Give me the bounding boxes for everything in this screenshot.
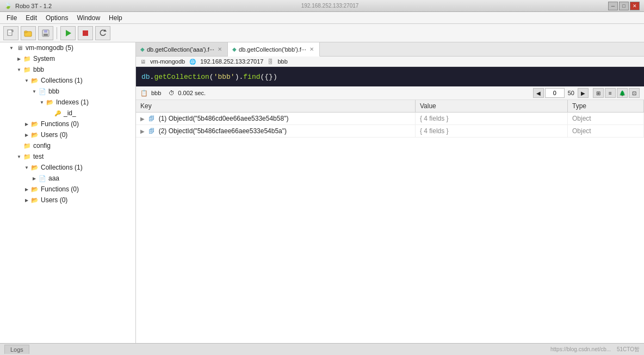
tree-db-bbb[interactable]: ▼ 📁 bbb bbox=[0, 64, 135, 75]
table-row[interactable]: ▶ 🗐 (2) ObjectId("5b486cfaee66aee533e54b… bbox=[136, 125, 644, 138]
server-info-icon: 🖥 bbox=[140, 59, 146, 65]
row2-expand[interactable]: ▶ bbox=[140, 128, 145, 134]
row1-key-label: (1) ObjectId("5b486cd0ee66aee533e54b58") bbox=[159, 115, 289, 122]
tab-bbb-label: db.getCollection('bbb').f··· bbox=[239, 46, 306, 53]
db-label-bbb: bbb bbox=[33, 66, 44, 73]
tree-system[interactable]: ▶ 📁 System bbox=[0, 53, 135, 64]
tree-collection-bbb[interactable]: ▼ 📄 bbb bbox=[0, 86, 135, 97]
table-header: Key Value Type bbox=[136, 100, 644, 113]
row2-key: ▶ 🗐 (2) ObjectId("5b486cfaee66aee533e54b… bbox=[136, 125, 415, 138]
arrow-server: ▼ bbox=[8, 46, 15, 51]
tree-functions-bbb[interactable]: ▶ 📂 Functions (0) bbox=[0, 119, 135, 129]
ip-info-icon: 🌐 bbox=[189, 59, 196, 65]
db-icon-system: 📁 bbox=[23, 54, 32, 63]
row1-key: ▶ 🗐 (1) ObjectId("5b486cd0ee66aee533e54b… bbox=[136, 113, 415, 125]
nav-next-button[interactable]: ▶ bbox=[578, 88, 589, 98]
open-button[interactable] bbox=[21, 26, 36, 40]
collection-icon-aaa: 📄 bbox=[38, 174, 47, 183]
table-row[interactable]: ▶ 🗐 (1) ObjectId("5b486cd0ee66aee533e54b… bbox=[136, 113, 644, 125]
titlebar-address: 192.168.252.133:27017 bbox=[52, 3, 608, 9]
query-server: vm-mongodb bbox=[150, 58, 185, 65]
functions-icon-test: 📂 bbox=[30, 185, 39, 194]
tree-functions-test[interactable]: ▶ 📂 Functions (0) bbox=[0, 184, 135, 195]
tree-server[interactable]: ▼ 🖥 vm-mongodb (5) bbox=[0, 42, 135, 53]
results-collection-icon: 📋 bbox=[140, 90, 148, 97]
index-id-label: _id_ bbox=[64, 109, 76, 117]
new-button[interactable] bbox=[3, 26, 18, 40]
index-id-icon: 🔑 bbox=[53, 109, 62, 117]
db-icon-config: 📁 bbox=[23, 141, 32, 150]
menu-file[interactable]: File bbox=[2, 13, 21, 23]
tree-users-test[interactable]: ▶ 📂 Users (0) bbox=[0, 195, 135, 205]
row2-value: { 4 fields } bbox=[415, 125, 567, 138]
menu-window[interactable]: Window bbox=[72, 13, 104, 23]
collection-icon-bbb: 📄 bbox=[38, 87, 47, 96]
tab-aaa[interactable]: ◆ db.getCollection('aaa').f··· ✕ bbox=[136, 42, 228, 56]
row1-value-label: { 4 fields } bbox=[420, 115, 449, 122]
nav-page-input[interactable] bbox=[545, 88, 565, 98]
results-toolbar: 📋 bbb ⏱ 0.002 sec. ◀ 50 ▶ ⊞ ≡ 🌲 ⊡ bbox=[136, 86, 644, 100]
tab-aaa-close[interactable]: ✕ bbox=[216, 46, 223, 52]
close-button[interactable]: ✕ bbox=[630, 2, 640, 10]
tree-index-id[interactable]: 🔑 _id_ bbox=[0, 108, 135, 119]
tree-collection-aaa[interactable]: ▶ 📄 aaa bbox=[0, 173, 135, 184]
tree-collections-test[interactable]: ▼ 📂 Collections (1) bbox=[0, 162, 135, 173]
logs-tab[interactable]: Logs bbox=[4, 345, 29, 354]
titlebar-icon: 🍃 bbox=[4, 2, 12, 9]
arrow-functions-bbb: ▶ bbox=[23, 122, 30, 127]
menubar: File Edit Options Window Help bbox=[0, 12, 644, 24]
toolbar bbox=[0, 24, 644, 42]
view-text-button[interactable]: ≡ bbox=[605, 88, 616, 98]
arrow-db-test: ▼ bbox=[15, 154, 23, 159]
view-custom-button[interactable]: ⊡ bbox=[629, 88, 640, 98]
view-tree-button[interactable]: 🌲 bbox=[617, 88, 628, 98]
tab-bbb[interactable]: ◆ db.getCollection('bbb').f··· ✕ bbox=[228, 42, 320, 57]
db-icon-bbb: 📁 bbox=[23, 65, 32, 74]
row1-icon: 🗐 bbox=[148, 115, 154, 122]
query-text: db.getCollection('bbb').find({}) bbox=[141, 73, 277, 81]
results-nav: ◀ 50 ▶ ⊞ ≡ 🌲 ⊡ bbox=[533, 88, 640, 98]
stop-button[interactable] bbox=[78, 26, 93, 40]
arrow-functions-test: ▶ bbox=[23, 187, 30, 192]
toolbar-sep-1 bbox=[57, 27, 57, 39]
view-grid-button[interactable]: ⊞ bbox=[593, 88, 604, 98]
functions-label-bbb: Functions (0) bbox=[41, 120, 79, 128]
tree-db-config[interactable]: 📁 config bbox=[0, 140, 135, 151]
tree-db-test[interactable]: ▼ 📁 test bbox=[0, 151, 135, 162]
tree-collections-bbb[interactable]: ▼ 📂 Collections (1) bbox=[0, 75, 135, 86]
row2-type: Object bbox=[567, 125, 643, 138]
row1-expand[interactable]: ▶ bbox=[140, 116, 145, 122]
indexes-icon-bbb: 📂 bbox=[46, 98, 54, 107]
save-button[interactable] bbox=[38, 26, 53, 40]
statusbar: Logs https://blog.csdn.net/cb... 51CTO暂 bbox=[0, 343, 644, 355]
svg-rect-5 bbox=[24, 31, 27, 33]
menu-help[interactable]: Help bbox=[104, 13, 127, 23]
arrow-db-bbb: ▼ bbox=[15, 67, 23, 72]
menu-options[interactable]: Options bbox=[41, 13, 72, 23]
arrow-collections-test: ▼ bbox=[23, 165, 30, 170]
refresh-button[interactable] bbox=[95, 26, 110, 40]
col-key: Key bbox=[136, 100, 415, 113]
titlebar: 🍃 Robo 3T - 1.2 192.168.252.133:27017 ─ … bbox=[0, 0, 644, 12]
menu-edit[interactable]: Edit bbox=[21, 13, 41, 23]
query-info-bar: 🖥 vm-mongodb 🌐 192.168.252.133:27017 🗄 b… bbox=[136, 57, 644, 67]
nav-page-size: 50 bbox=[566, 90, 577, 96]
maximize-button[interactable]: □ bbox=[619, 2, 629, 10]
functions-icon-bbb: 📂 bbox=[30, 120, 39, 128]
arrow-collection-bbb: ▼ bbox=[30, 89, 38, 94]
svg-rect-10 bbox=[83, 30, 88, 36]
run-button[interactable] bbox=[60, 26, 76, 40]
results-table: Key Value Type ▶ 🗐 (1) ObjectId("5b486cd… bbox=[136, 100, 644, 343]
svg-rect-3 bbox=[9, 33, 12, 34]
tab-bbb-close[interactable]: ✕ bbox=[308, 46, 315, 52]
db-label-system: System bbox=[33, 55, 55, 63]
minimize-button[interactable]: ─ bbox=[608, 2, 618, 10]
nav-prev-button[interactable]: ◀ bbox=[533, 88, 544, 98]
collections-label-test: Collections (1) bbox=[41, 164, 83, 171]
collection-label-aaa: aaa bbox=[48, 175, 59, 182]
row1-type: Object bbox=[567, 113, 643, 125]
tree-users-bbb[interactable]: ▶ 📂 Users (0) bbox=[0, 129, 135, 140]
query-editor[interactable]: db.getCollection('bbb').find({}) bbox=[136, 67, 644, 86]
tab-aaa-icon: ◆ bbox=[140, 46, 145, 52]
tree-indexes-bbb[interactable]: ▼ 📂 Indexes (1) bbox=[0, 97, 135, 108]
